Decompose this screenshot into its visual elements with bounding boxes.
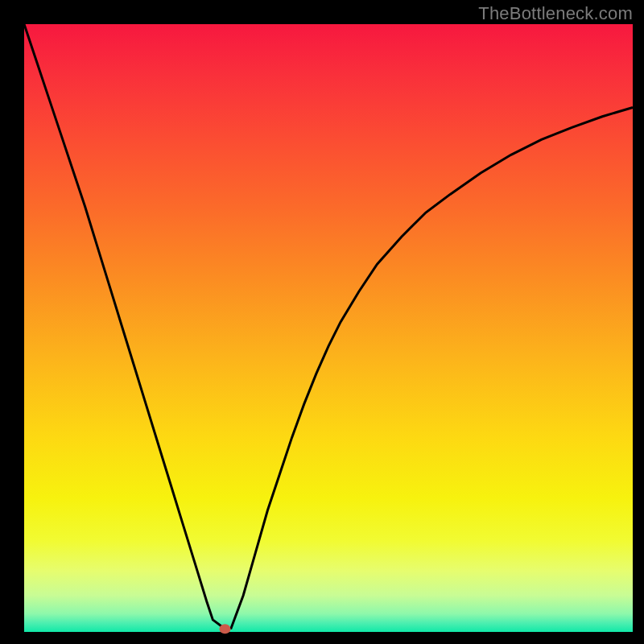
chart-frame: TheBottleneck.com [0, 0, 644, 644]
optimum-marker [219, 624, 230, 634]
plot-background [24, 24, 633, 632]
watermark-text: TheBottleneck.com [478, 3, 633, 24]
bottleneck-chart [0, 0, 644, 644]
